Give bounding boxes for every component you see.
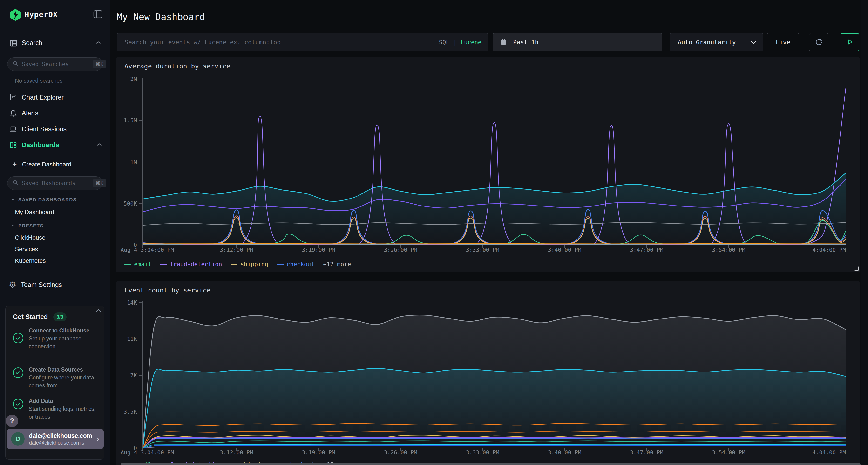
sidebar-item-services[interactable]: Services — [15, 244, 97, 255]
legend-label: shipping — [240, 261, 268, 268]
chart-legend: emailfraud-detectionshippingcheckout+12 … — [124, 261, 351, 268]
shortcut-badge: ⌘K — [93, 179, 106, 188]
lucene-toggle[interactable]: Lucene — [461, 39, 482, 46]
chevron-down-icon — [751, 41, 756, 45]
play-icon — [846, 43, 854, 46]
get-started-header[interactable]: Get Started 3/3 — [13, 311, 97, 322]
bell-icon — [10, 110, 17, 117]
y-tick-label: 3.5K — [124, 409, 137, 415]
granularity-select[interactable]: Auto Granularity — [670, 33, 763, 51]
saved-searches-search[interactable]: ⌘K — [7, 57, 103, 71]
checklist-item-desc: Start sending logs, metrics, or traces — [29, 405, 96, 421]
line-chart-avg-duration[interactable]: 2M1.5M1M500K0Aug 4 3:04:00 PM3:12:00 PM3… — [116, 57, 860, 272]
sidebar-section-search[interactable]: Search — [0, 36, 110, 50]
checklist-item[interactable]: Connect to ClickHouse Set up your databa… — [13, 327, 97, 351]
legend-dash-icon — [231, 264, 238, 265]
x-tick-label: 3:33:00 PM — [466, 449, 499, 456]
horizontal-scrollbar[interactable] — [121, 463, 861, 465]
sidebar-item-chart-explorer[interactable]: Chart Explorer — [0, 89, 110, 105]
gear-icon: ⚙ — [9, 280, 17, 290]
sidebar-item-label: Chart Explorer — [22, 94, 64, 101]
chevron-up-icon — [95, 41, 101, 45]
chevron-down-icon — [11, 224, 15, 228]
sidebar-item-my-dashboard[interactable]: My Dashboard — [15, 207, 97, 217]
legend-label: checkout — [287, 261, 315, 268]
search-section-label: Search — [22, 39, 42, 47]
x-tick-label: 3:47:00 PM — [630, 247, 663, 253]
checklist-item-desc: Configure where your data comes from — [29, 374, 96, 390]
sidebar-collapse-button[interactable] — [93, 10, 103, 19]
legend-dash-icon — [124, 264, 131, 265]
x-tick-label: 4:04:00 PM — [812, 449, 846, 456]
user-account-chip[interactable]: D dale@clickhouse.com dale@clickhouse.co… — [7, 429, 104, 449]
no-saved-searches-text: No saved searches — [15, 77, 62, 84]
saved-dashboards-section-header[interactable]: SAVED DASHBOARDS — [11, 196, 103, 204]
sidebar-item-clickhouse[interactable]: ClickHouse — [15, 232, 97, 243]
sidebar-item-label: Client Sessions — [22, 126, 66, 133]
time-range-value: Past 1h — [513, 39, 538, 46]
panel-collapse-icon — [93, 15, 102, 19]
check-circle-icon — [13, 333, 23, 343]
shortcut-badge: ⌘K — [93, 60, 106, 68]
dashboards-icon — [10, 141, 17, 148]
chevron-up-icon — [96, 143, 102, 147]
check-circle-icon — [13, 399, 23, 409]
legend-item-email[interactable]: email — [124, 261, 151, 268]
checklist-item-desc: Set up your database connection — [29, 335, 96, 351]
x-tick-label: 3:12:00 PM — [220, 247, 253, 253]
y-tick-label: 1M — [130, 159, 137, 165]
sidebar-item-client-sessions[interactable]: Client Sessions — [0, 121, 110, 137]
legend-dash-icon — [160, 264, 167, 265]
run-query-button[interactable] — [841, 33, 859, 51]
chevron-up-icon[interactable] — [96, 309, 101, 313]
time-range-picker[interactable]: Past 1h — [493, 33, 662, 51]
refresh-button[interactable] — [809, 33, 829, 51]
live-button[interactable]: Live — [767, 33, 799, 51]
y-tick-label: 1.5M — [124, 117, 137, 124]
create-dashboard-button[interactable]: + Create Dashboard — [0, 158, 110, 171]
sidebar: HyperDX Search — [0, 0, 110, 465]
vertical-scrollbar[interactable] — [861, 0, 868, 465]
user-team: dale@clickhouse.com's — [29, 439, 92, 446]
legend-more-link[interactable]: +12 more — [323, 261, 351, 268]
x-tick-label: 3:54:00 PM — [712, 449, 745, 456]
chevron-right-icon: › — [96, 434, 100, 444]
create-dashboard-label: Create Dashboard — [22, 161, 71, 168]
sidebar-item-kubernetes[interactable]: Kubernetes — [15, 255, 97, 266]
calendar-icon — [500, 38, 507, 46]
laptop-icon — [10, 126, 17, 133]
get-started-title: Get Started — [13, 313, 48, 321]
checklist-item-title: Connect to ClickHouse — [29, 327, 96, 335]
line-chart-event-count[interactable]: 14K11K7K3.5K0Aug 4 3:04:00 PM3:12:00 PM3… — [116, 281, 860, 465]
help-button[interactable]: ? — [6, 414, 18, 427]
event-search-box: SQL | Lucene — [117, 33, 488, 51]
legend-item-shipping[interactable]: shipping — [231, 261, 268, 268]
event-search-input[interactable] — [117, 33, 439, 51]
saved-dashboards-input[interactable] — [22, 180, 93, 186]
section-label: PRESETS — [18, 223, 44, 229]
sidebar-item-team-settings[interactable]: ⚙ Team Settings — [0, 277, 110, 292]
checklist-item[interactable]: Add Data Start sending logs, metrics, or… — [13, 397, 97, 421]
divider: | — [453, 39, 457, 46]
search-section-icon — [10, 39, 18, 48]
presets-section-header[interactable]: PRESETS — [11, 222, 103, 230]
x-tick-label: 3:19:00 PM — [302, 449, 335, 456]
x-tick-label: 3:54:00 PM — [712, 247, 745, 253]
checklist-item[interactable]: Create Data Sources Configure where your… — [13, 365, 97, 390]
hyperdx-logo-icon — [10, 9, 21, 22]
legend-item-fraud-detection[interactable]: fraud-detection — [160, 261, 222, 268]
legend-item-checkout[interactable]: checkout — [277, 261, 315, 268]
sql-toggle[interactable]: SQL — [439, 39, 449, 46]
saved-searches-input[interactable] — [22, 61, 93, 67]
page-title: My New Dashboard — [117, 11, 205, 22]
saved-dashboards-search[interactable]: ⌘K — [7, 176, 103, 190]
legend-label: fraud-detection — [170, 261, 222, 268]
legend-dash-icon — [277, 264, 284, 265]
user-email: dale@clickhouse.com — [29, 432, 92, 439]
x-tick-label: 3:40:00 PM — [548, 449, 581, 456]
sidebar-item-alerts[interactable]: Alerts — [0, 105, 110, 121]
panel-resize-handle[interactable] — [855, 266, 859, 271]
section-label: SAVED DASHBOARDS — [18, 197, 77, 203]
sidebar-item-dashboards[interactable]: Dashboards — [0, 137, 110, 153]
divider — [0, 51, 110, 51]
